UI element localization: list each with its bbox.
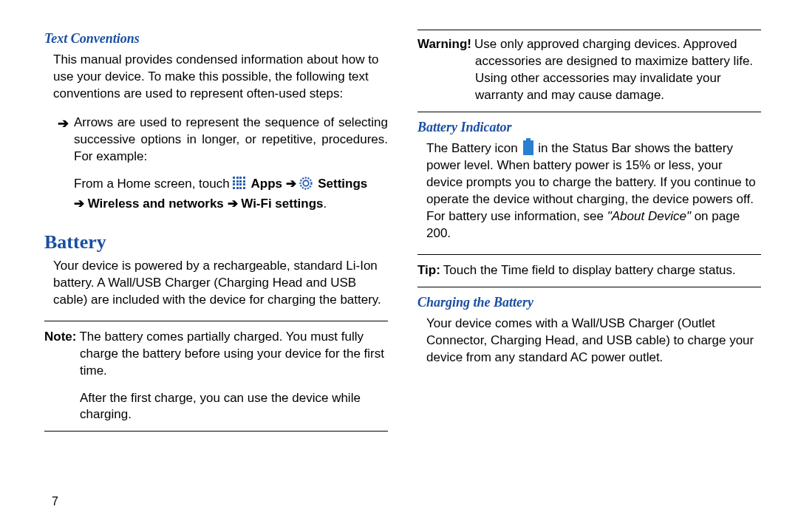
settings-label: Settings [314, 177, 367, 191]
arrow-convention-text: Arrows are used to represent the sequenc… [74, 115, 388, 166]
divider [417, 30, 761, 30]
bi-ref: "About Device" [607, 209, 691, 223]
page-number: 7 [52, 471, 388, 510]
divider [44, 431, 388, 432]
battery-intro: Your device is powered by a rechargeable… [53, 258, 388, 309]
warning-block: Warning! Use only approved charging devi… [417, 36, 761, 53]
right-column: Warning! Use only approved charging devi… [417, 30, 761, 510]
battery-heading: Battery [44, 229, 388, 255]
battery-note: Note: The battery comes partially charge… [44, 329, 388, 346]
arrow-convention-item: ➔ Arrows are used to represent the seque… [58, 115, 388, 166]
after-note-text: After the first charge, you can use the … [80, 390, 388, 424]
battery-indicator-body: The Battery icon in the Status Bar shows… [426, 140, 761, 242]
charging-body: Your device comes with a Wall/USB Charge… [426, 316, 761, 366]
divider [417, 287, 761, 287]
divider [417, 112, 761, 112]
example-navigation-line2: ➔ Wireless and networks ➔ Wi-Fi settings… [74, 196, 388, 213]
battery-indicator-heading: Battery Indicator [417, 118, 761, 136]
warning-body-cont: accessories are designed to maximize bat… [475, 53, 761, 104]
left-column: Text Conventions This manual provides co… [44, 30, 388, 510]
charging-heading: Charging the Battery [417, 293, 761, 311]
note-body-cont: charge the battery before using your dev… [80, 346, 388, 380]
arrow-icon: ➔ [286, 177, 300, 191]
page-columns: Text Conventions This manual provides co… [44, 30, 761, 510]
battery-icon [523, 140, 533, 155]
settings-icon [299, 177, 314, 191]
warning-body-line1: Use only approved charging devices. Appr… [474, 36, 737, 53]
text-conventions-intro: This manual provides condensed informati… [53, 52, 388, 103]
apps-label: Apps [248, 177, 285, 191]
warning-label: Warning! [417, 36, 471, 53]
svg-point-1 [304, 181, 310, 187]
nav-period: . [324, 197, 327, 211]
note-label: Note: [44, 329, 76, 346]
nav-path-text: ➔ Wireless and networks ➔ Wi-Fi settings [74, 197, 324, 211]
tip-body: Touch the Time field to display battery … [443, 262, 761, 279]
tip-block: Tip: Touch the Time field to display bat… [417, 262, 761, 279]
tip-label: Tip: [417, 262, 440, 279]
apps-icon [233, 177, 248, 191]
note-body-line1: The battery comes partially charged. You… [79, 329, 388, 346]
example-lead-text: From a Home screen, touch [74, 177, 233, 191]
arrow-bullet-icon: ➔ [58, 115, 74, 166]
bi-part1: The Battery icon [426, 141, 522, 155]
example-navigation-line1: From a Home screen, touch Apps ➔ Setting… [74, 176, 388, 193]
divider [417, 254, 761, 255]
text-conventions-heading: Text Conventions [44, 30, 388, 47]
svg-point-0 [301, 178, 312, 189]
divider [44, 321, 388, 321]
